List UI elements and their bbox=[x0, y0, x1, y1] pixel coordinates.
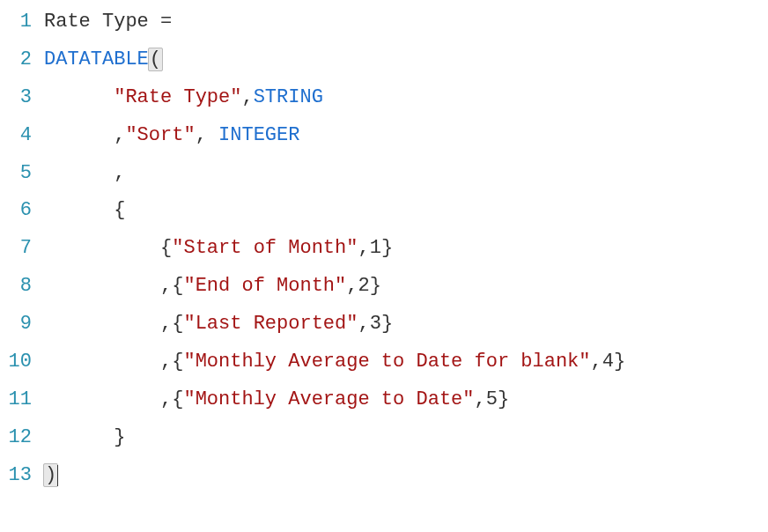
code-content[interactable]: "Rate Type",STRING bbox=[44, 79, 768, 117]
code-line[interactable]: 6 { bbox=[0, 192, 768, 230]
token-punct: } bbox=[381, 313, 393, 335]
token-punct: ,{ bbox=[160, 275, 183, 297]
indent bbox=[44, 124, 114, 146]
token-punct: , bbox=[358, 313, 369, 335]
indent bbox=[44, 313, 160, 335]
code-content[interactable]: ) bbox=[44, 457, 768, 495]
code-content[interactable]: ,{"Monthly Average to Date for blank",4} bbox=[44, 344, 768, 381]
token-keyword: DATATABLE bbox=[44, 48, 149, 70]
code-content[interactable]: ,"Sort", INTEGER bbox=[44, 117, 768, 155]
code-line[interactable]: 8 ,{"End of Month",2} bbox=[0, 268, 768, 306]
code-line[interactable]: 1Rate Type = bbox=[0, 4, 768, 41]
token-keyword: STRING bbox=[254, 86, 323, 108]
code-line[interactable]: 13) bbox=[0, 457, 768, 495]
token-punct: ( bbox=[148, 48, 163, 71]
token-string: "Monthly Average to Date" bbox=[183, 388, 474, 410]
token-punct: , bbox=[241, 86, 253, 108]
token-string: "End of Month" bbox=[183, 275, 346, 297]
code-content[interactable]: ,{"End of Month",2} bbox=[44, 268, 768, 306]
code-content[interactable]: } bbox=[44, 419, 768, 457]
code-editor[interactable]: 1Rate Type = 2DATATABLE(3 "Rate Type",ST… bbox=[0, 4, 768, 495]
token-punct: ,{ bbox=[160, 313, 183, 335]
token-keyword: INTEGER bbox=[218, 124, 299, 146]
indent bbox=[44, 275, 160, 297]
line-number: 8 bbox=[0, 268, 44, 306]
line-number: 11 bbox=[0, 381, 44, 419]
token-punct: , bbox=[114, 162, 125, 184]
token-punct: } bbox=[370, 275, 381, 297]
line-number: 1 bbox=[0, 4, 44, 41]
line-number: 9 bbox=[0, 306, 44, 344]
line-number: 12 bbox=[0, 419, 44, 457]
token-punct: } bbox=[114, 426, 125, 448]
token-string: "Monthly Average to Date for blank" bbox=[183, 351, 590, 373]
code-content[interactable]: { bbox=[44, 192, 768, 230]
code-content[interactable]: ,{"Last Reported",3} bbox=[44, 306, 768, 344]
code-content[interactable]: , bbox=[44, 155, 768, 193]
code-line[interactable]: 11 ,{"Monthly Average to Date",5} bbox=[0, 381, 768, 419]
token-string: "Sort" bbox=[125, 124, 195, 146]
line-number: 4 bbox=[0, 117, 44, 155]
line-number: 3 bbox=[0, 79, 44, 117]
code-line[interactable]: 9 ,{"Last Reported",3} bbox=[0, 306, 768, 344]
code-content[interactable]: Rate Type = bbox=[44, 4, 768, 41]
token-punct: , bbox=[114, 124, 125, 146]
token-punct: , bbox=[475, 388, 486, 410]
token-string: "Last Reported" bbox=[183, 313, 358, 335]
line-number: 7 bbox=[0, 230, 44, 268]
indent bbox=[44, 388, 160, 410]
code-content[interactable]: {"Start of Month",1} bbox=[44, 230, 768, 268]
token-punct: } bbox=[381, 237, 393, 259]
token-number: 5 bbox=[486, 388, 498, 410]
indent bbox=[44, 162, 114, 184]
token-punct: , bbox=[591, 351, 602, 373]
token-punct: , bbox=[196, 124, 218, 146]
cursor-icon bbox=[57, 465, 58, 486]
code-line[interactable]: 5 , bbox=[0, 155, 768, 193]
token-string: "Start of Month" bbox=[172, 237, 358, 259]
token-string: "Rate Type" bbox=[114, 86, 241, 108]
token-punct: { bbox=[160, 237, 172, 259]
token-number: 4 bbox=[602, 351, 614, 373]
code-content[interactable]: ,{"Monthly Average to Date",5} bbox=[44, 381, 768, 419]
indent bbox=[44, 351, 160, 373]
code-content[interactable]: DATATABLE( bbox=[44, 41, 768, 79]
indent bbox=[44, 86, 114, 108]
code-line[interactable]: 10 ,{"Monthly Average to Date for blank"… bbox=[0, 344, 768, 381]
token-punct: ) bbox=[43, 463, 58, 487]
token-number: 1 bbox=[370, 237, 381, 259]
token-punct: ,{ bbox=[160, 351, 183, 373]
token-plain: Rate Type = bbox=[44, 11, 183, 33]
code-line[interactable]: 4 ,"Sort", INTEGER bbox=[0, 117, 768, 155]
token-number: 2 bbox=[358, 275, 369, 297]
token-punct: , bbox=[346, 275, 358, 297]
line-number: 6 bbox=[0, 192, 44, 230]
line-number: 13 bbox=[0, 457, 44, 495]
token-punct: , bbox=[358, 237, 369, 259]
code-line[interactable]: 3 "Rate Type",STRING bbox=[0, 79, 768, 117]
line-number: 2 bbox=[0, 41, 44, 79]
token-punct: } bbox=[498, 388, 509, 410]
indent bbox=[44, 199, 114, 221]
code-line[interactable]: 2DATATABLE( bbox=[0, 41, 768, 79]
indent bbox=[44, 426, 114, 448]
indent bbox=[44, 237, 160, 259]
code-line[interactable]: 12 } bbox=[0, 419, 768, 457]
token-punct: ,{ bbox=[160, 388, 183, 410]
token-punct: } bbox=[614, 351, 625, 373]
token-number: 3 bbox=[370, 313, 381, 335]
token-punct: { bbox=[114, 199, 125, 221]
line-number: 10 bbox=[0, 344, 44, 381]
line-number: 5 bbox=[0, 155, 44, 193]
code-line[interactable]: 7 {"Start of Month",1} bbox=[0, 230, 768, 268]
